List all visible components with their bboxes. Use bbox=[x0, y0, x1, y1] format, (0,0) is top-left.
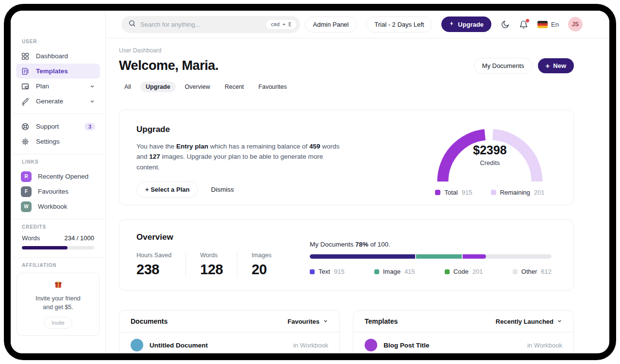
search-shortcut-hint: cmd + E bbox=[266, 20, 296, 29]
document-location: in Workbook bbox=[293, 342, 328, 349]
legend-item-image: Image 415 bbox=[374, 268, 415, 275]
invite-button[interactable]: Invite bbox=[44, 317, 72, 329]
gauge-center-value: $2398 bbox=[429, 143, 551, 157]
stat-images: Images 20 bbox=[237, 252, 285, 278]
legend-swatch bbox=[435, 190, 440, 195]
trial-status-button[interactable]: Trial - 2 Days Left bbox=[366, 17, 432, 33]
wallet-icon bbox=[21, 82, 30, 91]
sidebar-item-dashboard[interactable]: Dashboard bbox=[16, 49, 100, 64]
sidebar-section-affiliation: AFFILIATION bbox=[22, 263, 105, 268]
language-label: En bbox=[551, 21, 559, 28]
german-flag-icon bbox=[537, 21, 548, 28]
templates-document-icon bbox=[21, 67, 30, 76]
sidebar-item-label: Settings bbox=[36, 138, 60, 145]
letter-badge-w: W bbox=[21, 201, 32, 212]
sidebar-item-settings[interactable]: Settings bbox=[16, 134, 100, 149]
sidebar-divider bbox=[11, 257, 105, 258]
notification-dot bbox=[526, 19, 529, 22]
documents-filter-dropdown[interactable]: Favourites bbox=[287, 318, 328, 325]
main-content: User Dashboard Welcome, Maria. My Docume… bbox=[106, 38, 609, 353]
legend-item-remaining: Remaining 201 bbox=[491, 189, 545, 196]
sidebar-divider bbox=[11, 154, 105, 154]
sidebar-link-favourites[interactable]: F Favourites bbox=[16, 184, 100, 199]
documents-usage-chart: My Documents 78% of 100. Text 915 Image bbox=[310, 220, 573, 290]
letter-badge-r: R bbox=[21, 171, 32, 182]
dismiss-button[interactable]: Dismiss bbox=[211, 186, 234, 193]
notifications-bell-icon[interactable] bbox=[519, 20, 528, 29]
documents-panel-title: Documents bbox=[131, 317, 168, 325]
sidebar-section-credits: CREDITS bbox=[22, 224, 105, 230]
overview-card-title: Overview bbox=[136, 232, 310, 242]
template-location: in Workbook bbox=[527, 342, 562, 349]
documents-panel: Documents Favourites Untitled Document i… bbox=[119, 310, 340, 353]
chevron-down-icon bbox=[89, 83, 95, 89]
templates-panel-title: Templates bbox=[365, 317, 398, 325]
gift-icon bbox=[53, 282, 63, 291]
template-avatar bbox=[365, 339, 377, 351]
sidebar-link-label: Favourites bbox=[38, 188, 68, 195]
upgrade-button[interactable]: Upgrade bbox=[441, 17, 491, 32]
tab-overview[interactable]: Overview bbox=[180, 82, 216, 92]
legend-swatch bbox=[310, 269, 315, 274]
my-documents-button[interactable]: My Documents bbox=[474, 58, 533, 74]
tab-upgrade[interactable]: Upgrade bbox=[140, 82, 176, 92]
tab-recent[interactable]: Recent bbox=[219, 82, 250, 92]
overview-card: Overview Hours Saved 238 Words 128 Image… bbox=[119, 219, 574, 291]
document-list-item[interactable]: Untitled Document in Workbook bbox=[119, 332, 339, 353]
new-button[interactable]: + New bbox=[538, 58, 574, 73]
admin-panel-button[interactable]: Admin Panel bbox=[305, 17, 357, 33]
usage-caption: My Documents 78% of 100. bbox=[310, 241, 552, 248]
sidebar-item-label: Plan bbox=[36, 83, 49, 90]
words-credit-progress-fill bbox=[22, 246, 67, 249]
search-bar[interactable]: cmd + E bbox=[121, 16, 300, 33]
affiliation-card: Invite your friend and get $5. Invite bbox=[17, 273, 100, 336]
gauge-legend: Total 915 Remaining 201 bbox=[435, 189, 544, 196]
support-count-badge: 3 bbox=[84, 123, 95, 131]
stat-hours-saved: Hours Saved 238 bbox=[136, 252, 185, 278]
sidebar-divider bbox=[11, 114, 105, 114]
upgrade-card-title: Upgrade bbox=[136, 125, 429, 134]
credits-value: 234 / 1000 bbox=[65, 234, 94, 242]
sidebar-link-workbook[interactable]: W Workbook bbox=[16, 199, 100, 214]
upgrade-card-body: You have the Entry plan which has a rema… bbox=[136, 141, 340, 172]
user-avatar[interactable]: JS bbox=[568, 17, 583, 32]
sidebar-item-label: Dashboard bbox=[36, 52, 68, 60]
page-title: Welcome, Maria. bbox=[119, 58, 218, 73]
plus-icon: + bbox=[546, 62, 550, 69]
legend-swatch bbox=[513, 269, 518, 274]
templates-filter-dropdown[interactable]: Recently Launched bbox=[496, 318, 562, 325]
select-plan-button[interactable]: + Select a Plan bbox=[136, 182, 198, 198]
document-name: Untitled Document bbox=[150, 342, 208, 349]
chevron-down-icon bbox=[89, 99, 95, 104]
legend-item-other: Other 612 bbox=[513, 268, 552, 275]
search-input[interactable] bbox=[140, 21, 266, 28]
template-list-item[interactable]: Blog Post Title in Workbook bbox=[353, 332, 573, 353]
gear-icon bbox=[21, 137, 30, 146]
affiliation-text: Invite your friend and get $5. bbox=[22, 294, 94, 312]
tab-all[interactable]: All bbox=[119, 82, 136, 92]
app-window: USER Dashboard Templates Plan bbox=[11, 11, 609, 353]
legend-item-code: Code 201 bbox=[445, 268, 483, 275]
sidebar-section-user: USER bbox=[22, 39, 105, 44]
legend-swatch bbox=[374, 269, 379, 274]
sidebar-section-links: LINKS bbox=[22, 159, 105, 165]
credits-type-label: Words bbox=[22, 234, 40, 242]
dashboard-grid-icon bbox=[21, 52, 30, 61]
legend-item-total: Total 915 bbox=[435, 189, 472, 196]
dark-mode-moon-icon[interactable] bbox=[501, 20, 510, 29]
sidebar-item-generate[interactable]: Generate bbox=[16, 94, 100, 109]
filter-tabs: All Upgrade Overview Recent Favourites bbox=[119, 82, 574, 92]
lifebuoy-icon bbox=[21, 122, 30, 131]
sidebar-item-support[interactable]: Support 3 bbox=[16, 119, 100, 134]
legend-item-text: Text 915 bbox=[310, 268, 345, 275]
sidebar-item-label: Support bbox=[36, 123, 59, 130]
chevron-down-icon bbox=[557, 318, 562, 325]
sidebar-link-recently-opened[interactable]: R Recently Opened bbox=[16, 169, 100, 184]
sidebar-item-templates[interactable]: Templates bbox=[16, 64, 100, 79]
language-selector[interactable]: En bbox=[537, 21, 559, 28]
document-avatar bbox=[131, 339, 143, 351]
legend-swatch bbox=[445, 269, 450, 274]
tab-favourites[interactable]: Favourites bbox=[253, 82, 292, 92]
sidebar-item-plan[interactable]: Plan bbox=[16, 79, 100, 94]
template-name: Blog Post Title bbox=[384, 342, 429, 349]
